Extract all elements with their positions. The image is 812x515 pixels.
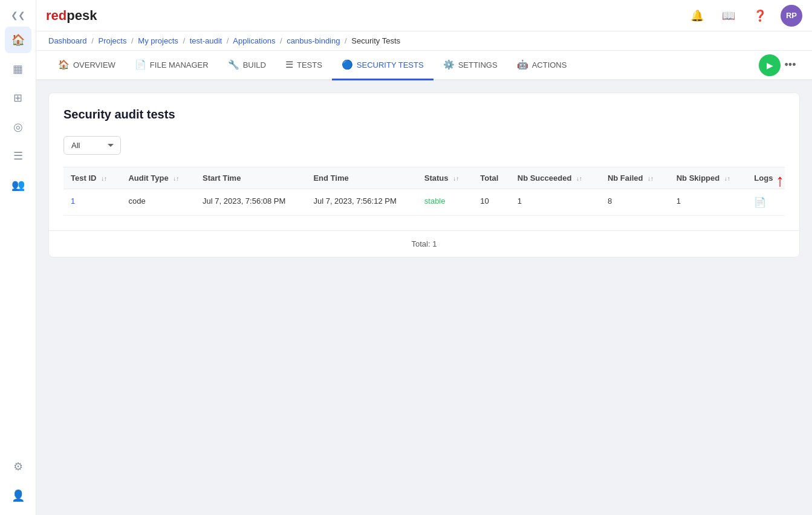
table-footer: Total: 1 [49,230,799,257]
top-header: redpesk 🔔 📖 ❓ RP [36,0,812,31]
tab-file-manager[interactable]: 📄 FILE MANAGER [125,51,218,80]
col-nb-skipped: Nb Skipped ↓↑ [669,167,747,189]
run-button[interactable]: ▶ [759,54,781,76]
sort-skipped[interactable]: ↓↑ [724,175,730,182]
cell-nb-succeeded: 1 [510,189,600,216]
logo-red: red [46,8,67,23]
breadcrumb-test-audit[interactable]: test-audit [190,36,222,45]
more-options-button[interactable]: ••• [781,56,800,75]
sidebar-item-list[interactable]: ☰ [5,143,31,169]
home-icon: 🏠 [11,33,25,47]
breadcrumb-projects[interactable]: Projects [98,36,126,45]
overview-icon: 🏠 [58,59,70,70]
logs-arrow-container: 📄 ↑ [754,196,766,208]
sidebar-item-users[interactable]: 👥 [5,172,31,198]
breadcrumb-my-projects[interactable]: My projects [138,36,178,45]
tab-build-label: BUILD [243,60,266,70]
col-nb-succeeded: Nb Succeeded ↓↑ [510,167,600,189]
build-icon: 🔧 [228,59,239,70]
help-icon[interactable]: ❓ [749,5,771,27]
tab-settings-label: SETTINGS [458,60,498,70]
file-manager-icon: 📄 [135,59,146,70]
cell-total: 10 [473,189,510,216]
col-audit-type: Audit Type ↓↑ [121,167,195,189]
col-status: Status ↓↑ [417,167,473,189]
col-logs: Logs [747,167,785,189]
tab-security-tests[interactable]: 🔵 SECURITY TESTS [332,51,434,80]
col-end-time: End Time [306,167,417,189]
sidebar-item-circle[interactable]: ◎ [5,114,31,140]
audit-table: Test ID ↓↑ Audit Type ↓↑ Start Time End … [63,167,785,216]
logo: redpesk [46,8,97,24]
tab-build[interactable]: 🔧 BUILD [218,51,276,80]
tab-actions-label: ACTIONS [532,60,567,70]
user-avatar[interactable]: RP [781,5,802,27]
sort-succeeded[interactable]: ↓↑ [576,175,582,182]
status-badge: stable [424,196,446,206]
main-content: redpesk 🔔 📖 ❓ RP Dashboard / Projects / … [36,0,812,515]
col-test-id: Test ID ↓↑ [63,167,121,189]
breadcrumb-dashboard[interactable]: Dashboard [48,36,87,45]
sort-audit-type[interactable]: ↓↑ [173,175,179,182]
logo-black: pesk [67,8,97,23]
sidebar-item-matrix[interactable]: ⊞ [5,85,31,111]
sort-test-id[interactable]: ↓↑ [101,175,107,182]
table-header-row: Test ID ↓↑ Audit Type ↓↑ Start Time End … [63,167,785,189]
actions-icon: 🤖 [517,59,528,70]
list-icon: ☰ [13,149,23,163]
matrix-icon: ⊞ [13,91,22,105]
filter-row: All Stable Failed Running [63,136,785,155]
cell-logs: 📄 ↑ [747,189,785,216]
breadcrumb-current: Security Tests [351,36,400,45]
filter-select[interactable]: All Stable Failed Running [63,136,121,155]
col-nb-failed: Nb Failed ↓↑ [600,167,669,189]
table-row: 1 code Jul 7, 2023, 7:56:08 PM Jul 7, 20… [63,189,785,216]
breadcrumb-canbus-binding[interactable]: canbus-binding [287,36,340,45]
security-audit-card: Security audit tests All Stable Failed R… [48,92,800,258]
cell-audit-type: code [121,189,195,216]
tab-security-tests-label: SECURITY TESTS [357,60,424,70]
sidebar-item-settings[interactable]: ⚙ [5,453,31,480]
tab-actions[interactable]: 🤖 ACTIONS [507,51,577,80]
sidebar-collapse-btn[interactable]: ❮❮ [5,6,31,24]
settings-icon: ⚙ [13,460,23,473]
cell-nb-skipped: 1 [669,189,747,216]
page-title: Security audit tests [63,108,785,121]
logs-file-icon[interactable]: 📄 [754,197,766,207]
tab-tests-label: TESTS [297,60,322,70]
col-total: Total [473,167,510,189]
settings-tab-icon: ⚙️ [443,59,455,70]
cell-test-id: 1 [63,189,121,216]
user-admin-icon: 👤 [11,489,25,502]
docs-icon[interactable]: 📖 [718,5,739,27]
test-id-link[interactable]: 1 [71,196,75,206]
tab-file-manager-label: FILE MANAGER [150,60,209,70]
sidebar-item-grid[interactable]: ▦ [5,56,31,82]
tests-icon: ☰ [285,59,293,70]
footer-label: Total: [412,239,433,248]
cell-end-time: Jul 7, 2023, 7:56:12 PM [306,189,417,216]
sort-failed[interactable]: ↓↑ [648,175,654,182]
cell-status: stable [417,189,473,216]
nav-tabs: 🏠 OVERVIEW 📄 FILE MANAGER 🔧 BUILD ☰ TEST… [36,51,812,80]
circle-icon: ◎ [13,120,23,134]
breadcrumb: Dashboard / Projects / My projects / tes… [36,31,812,51]
security-tests-icon: 🔵 [342,59,353,70]
tab-overview[interactable]: 🏠 OVERVIEW [48,51,125,80]
tab-tests[interactable]: ☰ TESTS [276,51,332,80]
content-area: Security audit tests All Stable Failed R… [36,80,812,515]
sidebar-item-dashboard[interactable]: 🏠 [5,27,31,53]
footer-count: 1 [432,239,437,248]
grid-icon: ▦ [13,62,23,76]
cell-start-time: Jul 7, 2023, 7:56:08 PM [195,189,306,216]
notifications-icon[interactable]: 🔔 [686,5,708,27]
tab-overview-label: OVERVIEW [73,60,115,70]
card-body: Security audit tests All Stable Failed R… [49,93,799,230]
sidebar: ❮❮ 🏠 ▦ ⊞ ◎ ☰ 👥 ⚙ 👤 [0,0,36,515]
tab-settings[interactable]: ⚙️ SETTINGS [434,51,507,80]
users-icon: 👥 [11,178,25,192]
breadcrumb-applications[interactable]: Applications [233,36,275,45]
sort-status[interactable]: ↓↑ [453,175,459,182]
sidebar-item-user-admin[interactable]: 👤 [5,482,31,509]
col-start-time: Start Time [195,167,306,189]
